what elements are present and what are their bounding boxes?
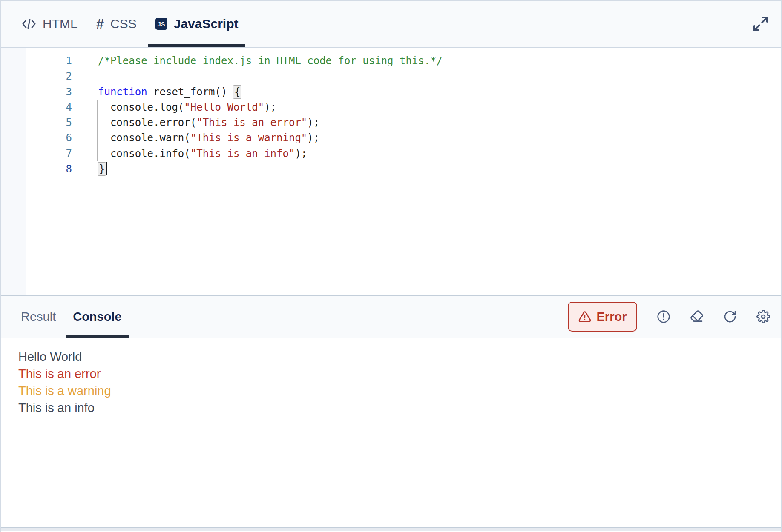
code-line-4[interactable]: 4 console.log("Hello World"); — [27, 100, 781, 115]
code-line-7[interactable]: 7 console.info("This is an info"); — [27, 146, 781, 161]
code-token-string: "This is a warning" — [190, 132, 308, 144]
code-line-content: console.log("Hello World"); — [72, 100, 276, 115]
line-number: 3 — [27, 84, 72, 100]
code-token-comment: /*Please include index.js in HTML code f… — [98, 55, 443, 67]
text-cursor — [106, 162, 107, 175]
expand-button[interactable] — [752, 15, 769, 32]
code-token-plain: reset_form() — [147, 86, 233, 98]
console-message-warn: This is a warning — [18, 382, 781, 399]
console-message-error: This is an error — [18, 365, 781, 382]
indent-guide — [97, 100, 98, 161]
code-line-8[interactable]: 8} — [27, 161, 781, 177]
code-token-plain: console.warn( — [98, 132, 190, 144]
expand-icon — [752, 15, 769, 32]
code-playground: HTML # CSS JS JavaScript 1/*Please inclu… — [0, 0, 782, 532]
code-token-plain: console.error( — [98, 117, 196, 129]
code-token-plain: ); — [307, 132, 319, 144]
js-badge-icon: JS — [155, 18, 167, 30]
tab-html-label: HTML — [43, 17, 78, 31]
code-line-content: /*Please include index.js in HTML code f… — [72, 53, 443, 69]
error-button[interactable]: Error — [568, 302, 637, 332]
tab-css[interactable]: # CSS — [96, 1, 137, 47]
code-line-content: } — [72, 161, 107, 177]
tab-console-label: Console — [73, 310, 121, 324]
refresh-icon — [723, 310, 737, 323]
tab-result[interactable]: Result — [21, 296, 56, 338]
console-actions: Error — [568, 302, 770, 332]
settings-icon — [756, 310, 770, 323]
page-background-strip — [1, 528, 781, 531]
code-editor[interactable]: 1/*Please include index.js in HTML code … — [1, 48, 781, 295]
code-tag-icon — [22, 18, 36, 29]
code-line-content: console.info("This is an info"); — [72, 146, 307, 161]
eraser-icon — [690, 310, 704, 323]
tab-javascript-label: JavaScript — [174, 17, 239, 31]
editor-left-gutter — [1, 48, 26, 295]
code-lines: 1/*Please include index.js in HTML code … — [27, 53, 781, 177]
console-message-log: Hello World — [18, 348, 781, 365]
settings-button[interactable] — [756, 310, 770, 323]
code-token-plain: console.log( — [98, 101, 184, 113]
line-number: 4 — [27, 100, 72, 115]
code-token-string: "This is an error" — [196, 117, 307, 129]
tab-javascript[interactable]: JS JavaScript — [155, 1, 239, 47]
line-number: 1 — [27, 53, 72, 69]
console-message-info: This is an info — [18, 399, 781, 416]
line-number: 8 — [27, 161, 72, 177]
code-line-content: function reset_form() { — [72, 84, 241, 100]
editor-tab-bar: HTML # CSS JS JavaScript — [1, 1, 781, 48]
code-token-bracket: } — [98, 163, 106, 175]
code-token-plain: console.info( — [98, 148, 190, 160]
code-token-bracket: { — [233, 86, 241, 98]
rerun-button[interactable] — [723, 310, 737, 323]
line-number: 6 — [27, 130, 72, 146]
warning-triangle-icon — [578, 310, 591, 323]
code-token-string: "Hello World" — [184, 101, 264, 113]
code-line-content: console.warn("This is a warning"); — [72, 130, 319, 146]
report-icon — [657, 310, 670, 323]
tab-css-label: CSS — [110, 17, 137, 31]
code-line-content: console.error("This is an error"); — [72, 115, 319, 130]
console-output: Hello WorldThis is an errorThis is a war… — [1, 338, 781, 528]
code-line-6[interactable]: 6 console.warn("This is a warning"); — [27, 130, 781, 146]
code-token-plain: ); — [295, 148, 307, 160]
console-tab-bar: Result Console Error — [1, 295, 781, 338]
code-token-plain: ); — [307, 117, 319, 129]
code-line-1[interactable]: 1/*Please include index.js in HTML code … — [27, 53, 781, 69]
code-line-2[interactable]: 2 — [27, 69, 781, 84]
tab-console[interactable]: Console — [73, 296, 121, 338]
tab-result-label: Result — [21, 310, 56, 324]
report-button[interactable] — [657, 310, 670, 323]
code-line-5[interactable]: 5 console.error("This is an error"); — [27, 115, 781, 130]
code-line-content — [72, 69, 98, 84]
code-token-plain: ); — [264, 101, 276, 113]
code-line-3[interactable]: 3function reset_form() { — [27, 84, 781, 100]
line-number: 2 — [27, 69, 72, 84]
line-number: 5 — [27, 115, 72, 130]
code-token-string: "This is an info" — [190, 148, 295, 160]
line-number: 7 — [27, 146, 72, 161]
code-token-keyword: function — [98, 86, 147, 98]
tab-html[interactable]: HTML — [22, 1, 78, 47]
error-button-label: Error — [597, 310, 627, 324]
hash-icon: # — [96, 17, 104, 31]
clear-console-button[interactable] — [690, 310, 704, 323]
